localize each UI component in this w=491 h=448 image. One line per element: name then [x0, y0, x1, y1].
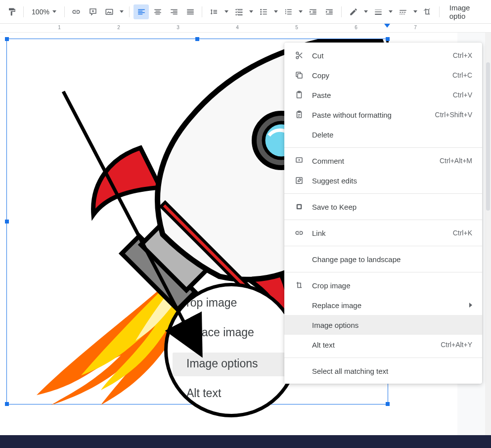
menu-label: Change page to landscape: [312, 255, 472, 264]
caret-down-icon: [249, 10, 253, 13]
right-indent-marker[interactable]: [384, 24, 390, 28]
checklist-dropdown[interactable]: [231, 4, 255, 19]
scrollbar-thumb[interactable]: [486, 62, 490, 211]
menu-suggest-edits[interactable]: Suggest edits: [284, 171, 482, 190]
border-dash-icon[interactable]: [395, 4, 411, 19]
crop-image-icon[interactable]: [420, 4, 435, 19]
comment-icon: [293, 156, 305, 165]
bottom-strip: [0, 435, 491, 448]
line-spacing-dropdown[interactable]: [206, 4, 230, 19]
copy-icon: [293, 71, 305, 80]
insert-image-dropdown[interactable]: [101, 4, 125, 19]
zoom-value: 100%: [32, 8, 49, 16]
insert-image-icon[interactable]: [101, 4, 117, 19]
paste-plain-icon: [293, 110, 305, 119]
menu-change-page-to-landscape[interactable]: Change page to landscape: [284, 249, 482, 269]
bulleted-list-dropdown[interactable]: [256, 4, 279, 19]
checklist-icon[interactable]: [231, 4, 247, 19]
border-color-dropdown[interactable]: [346, 4, 369, 19]
line-spacing-icon[interactable]: [206, 4, 222, 19]
menu-separator: [284, 220, 482, 220]
caret-down-icon: [224, 10, 228, 13]
decrease-indent-icon[interactable]: [305, 4, 320, 19]
ruler-mark: 6: [355, 25, 357, 30]
border-weight-icon[interactable]: [370, 4, 386, 19]
insert-link-icon[interactable]: [69, 4, 84, 19]
align-justify-button[interactable]: [182, 4, 198, 19]
menu-select-all-matching-text[interactable]: Select all matching text: [284, 361, 482, 381]
menu-shortcut: Ctrl+Alt+Y: [441, 341, 472, 349]
align-center-button[interactable]: [150, 4, 165, 19]
align-left-button[interactable]: [134, 4, 149, 19]
link-icon: [293, 228, 305, 237]
horizontal-ruler[interactable]: 1 2 3 4 5 6 7: [0, 24, 491, 33]
border-color-icon[interactable]: [346, 4, 361, 19]
add-comment-icon[interactable]: [85, 4, 100, 19]
svg-rect-12: [298, 74, 302, 78]
menu-shortcut: Ctrl+V: [453, 91, 472, 99]
menu-label: Paste: [312, 91, 453, 99]
submenu-arrow-icon: [469, 303, 472, 308]
toolbar: 100%: [0, 0, 491, 24]
menu-label: Cut: [312, 51, 453, 60]
menu-label: Crop image: [312, 281, 472, 290]
svg-point-2: [261, 11, 262, 12]
menu-alt-text[interactable]: Alt text Ctrl+Alt+Y: [284, 335, 482, 355]
ruler-mark: 5: [295, 25, 298, 30]
menu-crop-image[interactable]: Crop image: [284, 275, 482, 295]
ruler-mark: 7: [414, 25, 417, 30]
magnifier-item-alt: Alt text: [186, 387, 221, 400]
caret-down-icon: [52, 10, 56, 13]
suggest-edits-icon: [293, 176, 305, 185]
menu-separator: [284, 193, 482, 194]
menu-shortcut: Ctrl+C: [452, 71, 472, 79]
cut-icon: [293, 51, 305, 60]
increase-indent-icon[interactable]: [322, 4, 337, 19]
menu-delete[interactable]: Delete: [284, 125, 482, 144]
menu-separator: [284, 358, 482, 358]
menu-label: Alt text: [312, 341, 441, 349]
align-right-button[interactable]: [166, 4, 181, 19]
menu-image-options[interactable]: Image options: [284, 315, 482, 335]
menu-comment[interactable]: Comment Ctrl+Alt+M: [284, 151, 482, 171]
border-weight-dropdown[interactable]: [370, 4, 394, 19]
menu-separator: [284, 272, 482, 272]
border-dash-dropdown[interactable]: [395, 4, 419, 19]
numbered-list-dropdown[interactable]: [280, 4, 304, 19]
menu-link[interactable]: Link Ctrl+K: [284, 223, 482, 243]
menu-paste-without-formatting[interactable]: Paste without formatting Ctrl+Shift+V: [284, 105, 482, 125]
menu-label: Suggest edits: [312, 177, 472, 185]
image-options-toolbar-label[interactable]: Image optio: [449, 3, 487, 20]
menu-label: Paste without formatting: [312, 111, 435, 119]
menu-shortcut: Ctrl+Shift+V: [435, 111, 472, 119]
caret-down-icon: [299, 10, 303, 13]
keep-icon: [293, 202, 305, 211]
menu-separator: [284, 147, 482, 148]
menu-label: Select all matching text: [312, 367, 472, 375]
numbered-list-icon[interactable]: [280, 4, 296, 19]
menu-save-to-keep[interactable]: Save to Keep: [284, 197, 482, 217]
menu-cut[interactable]: Cut Ctrl+X: [284, 45, 482, 65]
svg-rect-0: [106, 9, 113, 14]
crop-icon: [293, 281, 305, 290]
svg-point-3: [261, 13, 262, 15]
caret-down-icon: [413, 10, 417, 13]
toolbar-separator: [202, 6, 202, 17]
bulleted-list-icon[interactable]: [256, 4, 271, 19]
menu-paste[interactable]: Paste Ctrl+V: [284, 85, 482, 105]
menu-shortcut: Ctrl+X: [453, 51, 472, 59]
magnifier-annotation: rop image eplace image Image options Alt…: [164, 283, 299, 417]
magnifier-item-imgopts: Image options: [186, 357, 258, 370]
zoom-select[interactable]: 100%: [28, 4, 60, 19]
toolbar-separator: [64, 6, 65, 17]
ruler-mark: 1: [58, 25, 61, 30]
menu-replace-image[interactable]: Replace image: [284, 295, 482, 315]
paint-format-icon[interactable]: [4, 4, 19, 19]
toolbar-separator: [341, 6, 342, 17]
menu-copy[interactable]: Copy Ctrl+C: [284, 65, 482, 85]
toolbar-separator: [439, 6, 440, 17]
ruler-mark: 3: [177, 25, 179, 30]
vertical-scrollbar[interactable]: [485, 33, 491, 438]
svg-rect-20: [298, 205, 301, 208]
ruler-mark: 4: [236, 25, 239, 30]
